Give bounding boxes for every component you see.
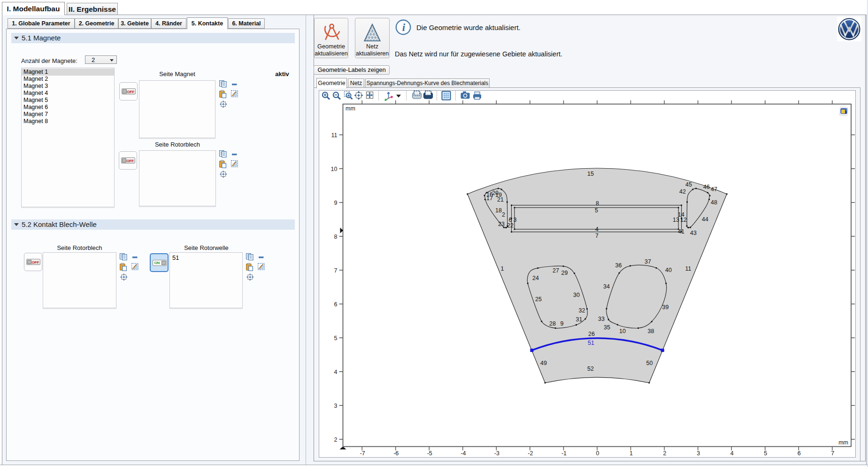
svg-text:41: 41 — [678, 228, 684, 235]
svg-text:38: 38 — [648, 328, 654, 335]
svg-text:29: 29 — [561, 270, 568, 276]
svg-text:22: 22 — [507, 222, 514, 229]
svg-text:5: 5 — [595, 207, 598, 214]
svg-text:11: 11 — [331, 132, 338, 139]
svg-text:23: 23 — [498, 221, 505, 227]
svg-text:4: 4 — [595, 226, 599, 233]
svg-text:i: i — [402, 22, 406, 33]
svg-text:43: 43 — [690, 230, 697, 236]
svg-text:6: 6 — [334, 301, 338, 308]
svg-text:9: 9 — [334, 200, 338, 206]
svg-text:-5: -5 — [427, 450, 432, 457]
svg-text:52: 52 — [587, 366, 594, 372]
svg-text:7: 7 — [334, 267, 338, 274]
svg-text:45: 45 — [685, 181, 692, 188]
svg-text:mm: mm — [838, 439, 848, 446]
svg-text:13: 13 — [673, 217, 679, 223]
svg-text:26: 26 — [588, 331, 595, 337]
svg-text:3: 3 — [514, 217, 517, 223]
svg-text:15: 15 — [587, 171, 594, 177]
svg-text:32: 32 — [579, 307, 585, 314]
svg-text:49: 49 — [540, 360, 547, 366]
svg-text:27: 27 — [553, 267, 559, 274]
svg-text:-3: -3 — [494, 450, 499, 457]
svg-text:47: 47 — [711, 186, 717, 193]
svg-text:-1: -1 — [561, 450, 567, 457]
svg-text:18: 18 — [495, 207, 502, 214]
svg-text:11: 11 — [685, 265, 691, 272]
svg-text:24: 24 — [532, 275, 539, 281]
svg-text:17: 17 — [486, 195, 493, 202]
svg-text:9: 9 — [561, 320, 564, 327]
svg-text:21: 21 — [497, 196, 504, 203]
svg-text:-4: -4 — [461, 450, 466, 457]
svg-text:6: 6 — [798, 450, 801, 457]
svg-text:5: 5 — [334, 335, 338, 342]
svg-text:25: 25 — [535, 296, 542, 303]
svg-text:3: 3 — [334, 403, 338, 409]
svg-text:10: 10 — [619, 328, 626, 335]
svg-text:7: 7 — [595, 233, 599, 239]
svg-text:51: 51 — [588, 340, 594, 346]
svg-text:40: 40 — [665, 267, 672, 273]
svg-text:7: 7 — [831, 450, 834, 457]
svg-text:0: 0 — [596, 450, 599, 457]
svg-text:46: 46 — [703, 184, 710, 190]
svg-text:36: 36 — [615, 262, 622, 269]
svg-text:4: 4 — [730, 450, 734, 457]
svg-text:39: 39 — [662, 304, 669, 311]
svg-text:50: 50 — [646, 360, 653, 366]
svg-text:2: 2 — [663, 450, 667, 457]
svg-text:48: 48 — [711, 199, 717, 206]
svg-text:5: 5 — [764, 450, 767, 457]
svg-text:2: 2 — [334, 436, 338, 443]
svg-text:1: 1 — [501, 265, 504, 272]
svg-text:8: 8 — [334, 234, 338, 240]
svg-text:30: 30 — [573, 292, 580, 298]
svg-text:42: 42 — [679, 188, 686, 195]
svg-text:-7: -7 — [360, 450, 365, 457]
svg-text:28: 28 — [549, 320, 556, 327]
svg-text:33: 33 — [598, 316, 605, 322]
svg-text:34: 34 — [603, 283, 610, 290]
svg-text:35: 35 — [604, 324, 610, 331]
svg-text:10: 10 — [331, 166, 338, 172]
svg-text:mm: mm — [346, 105, 355, 112]
svg-text:-6: -6 — [393, 450, 399, 457]
svg-text:2: 2 — [502, 211, 505, 218]
svg-text:44: 44 — [702, 216, 708, 223]
svg-text:-2: -2 — [528, 450, 533, 457]
svg-text:8: 8 — [596, 200, 599, 207]
svg-text:4: 4 — [334, 369, 338, 375]
svg-text:1: 1 — [630, 450, 633, 457]
svg-text:31: 31 — [576, 316, 583, 323]
svg-text:37: 37 — [645, 258, 651, 265]
svg-text:12: 12 — [680, 217, 687, 223]
svg-text:3: 3 — [697, 450, 700, 457]
